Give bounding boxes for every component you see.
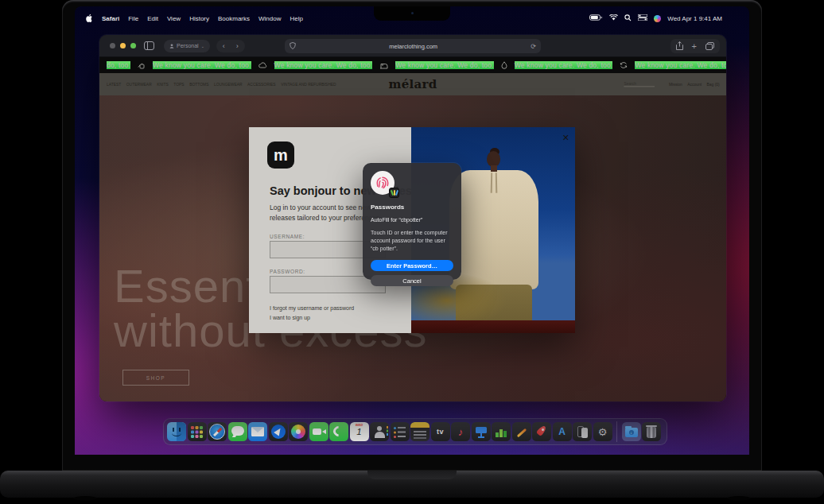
menu-item-edit[interactable]: Edit	[147, 15, 158, 22]
back-button[interactable]: ‹	[223, 42, 225, 50]
app-store-icon[interactable]: A	[553, 422, 572, 441]
signup-link[interactable]: I want to sign up	[270, 315, 310, 320]
menu-item-file[interactable]: File	[128, 15, 138, 22]
cloud-icon	[258, 62, 267, 68]
safari-icon[interactable]	[208, 422, 227, 441]
profile-person-icon	[169, 44, 174, 48]
pages-icon[interactable]	[512, 422, 531, 441]
ticker-phrase: We know you care. We do, too.	[395, 61, 494, 69]
wifi-icon[interactable]	[609, 14, 618, 22]
site-search-input[interactable]: Search	[624, 82, 655, 87]
laptop-foot	[73, 496, 97, 501]
site-nav: LATEST OUTERWEAR KNITS TOPS BOTTOMS LOUN…	[107, 76, 336, 94]
passwords-app-icon	[389, 188, 399, 198]
apple-menu-icon[interactable]	[86, 14, 93, 24]
dialog-title: Passwords	[371, 204, 453, 211]
reload-icon[interactable]: ⟳	[531, 43, 536, 50]
nav-tops[interactable]: TOPS	[173, 83, 184, 87]
window-close-button[interactable]	[110, 43, 115, 48]
notes-icon[interactable]	[410, 422, 429, 441]
nav-loungewear[interactable]: LOUNGEWEAR	[214, 83, 243, 87]
link-mission[interactable]: Mission	[669, 83, 682, 87]
watering-can-icon	[138, 62, 146, 69]
system-settings-icon[interactable]: ⚙	[593, 422, 612, 441]
tab-overview-icon[interactable]	[705, 39, 714, 53]
enter-password-button[interactable]: Enter Password…	[371, 260, 453, 271]
iphone-mirroring-icon[interactable]	[573, 422, 592, 441]
nav-latest[interactable]: LATEST	[107, 83, 121, 87]
lid-lift-notch	[367, 471, 457, 479]
finder-icon[interactable]	[167, 422, 186, 441]
link-bag[interactable]: Bag (0)	[707, 83, 720, 87]
dialog-autofill-line: AutoFill for “cbpotter”	[371, 217, 453, 223]
siri-icon[interactable]	[654, 15, 661, 22]
window-zoom-button[interactable]	[130, 43, 136, 48]
forgot-password-link[interactable]: I forgot my username or password	[270, 305, 354, 311]
calendar-icon[interactable]: WED1	[350, 422, 369, 441]
username-label: USERNAME:	[270, 234, 305, 239]
window-minimize-button[interactable]	[120, 43, 126, 48]
forward-button[interactable]: ›	[236, 42, 239, 50]
nav-outerwear[interactable]: OUTERWEAR	[126, 83, 152, 87]
password-label: PASSWORD:	[270, 269, 305, 274]
control-center-icon[interactable]	[638, 14, 647, 22]
chevron-down-icon: ⌄	[201, 44, 204, 48]
safari-toolbar: Personal ⌄ ‹ › melarclothing.com ⟳	[99, 35, 726, 57]
profile-switcher[interactable]: Personal ⌄	[164, 40, 210, 52]
trash-icon[interactable]	[642, 422, 661, 441]
camera-dot	[411, 12, 414, 14]
menu-item-window[interactable]: Window	[258, 15, 281, 22]
menu-item-help[interactable]: Help	[290, 15, 302, 22]
downloads-folder-icon[interactable]: ↓	[622, 422, 641, 441]
address-bar[interactable]: melarclothing.com ⟳	[285, 39, 541, 53]
ticker-phrase: We know you care. We do, too.	[153, 61, 251, 69]
phone-icon[interactable]	[329, 422, 348, 441]
sidebar-toggle-icon[interactable]	[144, 41, 154, 50]
sewing-machine-icon	[379, 62, 388, 69]
url-text: melarclothing.com	[296, 43, 531, 50]
link-account[interactable]: Account	[688, 83, 702, 87]
photos-icon[interactable]	[289, 422, 308, 441]
apple-tv-icon[interactable]: tv	[431, 422, 450, 441]
nav-knits[interactable]: KNITS	[157, 83, 168, 87]
search-icon[interactable]	[624, 14, 632, 23]
menu-item-history[interactable]: History	[189, 15, 209, 22]
reminders-icon[interactable]	[391, 422, 410, 441]
music-icon[interactable]: ♪	[451, 422, 470, 441]
menu-item-safari[interactable]: Safari	[102, 15, 119, 22]
nav-vintage[interactable]: VINTAGE AND REFURBISHED	[281, 83, 336, 87]
contacts-icon[interactable]	[370, 422, 389, 441]
site-logo[interactable]: mélard	[388, 77, 437, 91]
shop-button[interactable]: SHOP	[122, 370, 189, 386]
modal-close-icon[interactable]: ✕	[562, 133, 569, 143]
new-tab-icon[interactable]: +	[692, 41, 697, 51]
laptop-base	[0, 471, 824, 498]
ticker-lead-text: do, too.	[107, 61, 130, 69]
dock: WED1 tv ♪ A ⚙ ↓	[163, 418, 667, 445]
menu-item-bookmarks[interactable]: Bookmarks	[218, 15, 250, 22]
keynote-icon[interactable]	[472, 422, 491, 441]
cancel-button[interactable]: Cancel	[371, 275, 453, 286]
promo-ticker: do, too. We know you care. We do, too. W…	[99, 57, 726, 73]
ticker-phrase: We know you care. We do, too.	[515, 61, 613, 69]
laptop-foot	[727, 496, 751, 501]
nav-bottoms[interactable]: BOTTOMS	[189, 83, 208, 87]
macbook-marketing-scene: Safari File Edit View History Bookmarks …	[0, 0, 824, 504]
maps-icon[interactable]	[269, 422, 288, 441]
menu-item-view[interactable]: View	[167, 15, 181, 22]
ticker-phrase: We know you care. We do, too.	[635, 61, 726, 69]
battery-icon[interactable]	[589, 14, 603, 22]
rocket-app-icon[interactable]	[532, 422, 551, 441]
privacy-shield-icon[interactable]	[290, 42, 296, 51]
mail-icon[interactable]	[248, 422, 267, 441]
menu-bar-clock[interactable]: Wed Apr 1 9:41 AM	[667, 15, 722, 22]
launchpad-icon[interactable]	[188, 422, 207, 441]
model-figure	[487, 151, 500, 167]
share-icon[interactable]	[676, 39, 683, 53]
brand-m-logo: m	[267, 142, 294, 169]
nav-accessories[interactable]: ACCESSORIES	[247, 83, 276, 87]
messages-icon[interactable]	[228, 422, 247, 441]
facetime-icon[interactable]	[309, 422, 328, 441]
numbers-icon[interactable]	[492, 422, 511, 441]
dialog-message: Touch ID or enter the computer account p…	[371, 229, 453, 253]
